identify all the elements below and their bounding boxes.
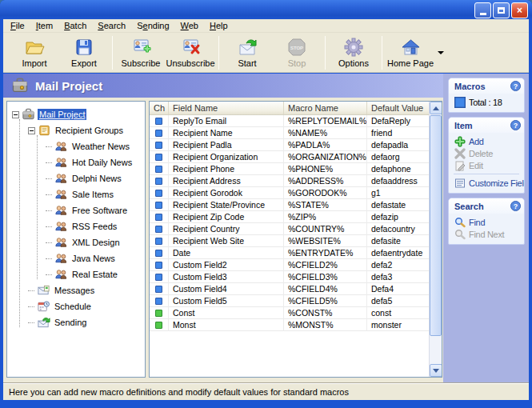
tree-item-hot-daily-news[interactable]: Hot Daily News <box>7 154 145 170</box>
panel-body: FindFind Next <box>449 214 524 244</box>
default-cell: defasite <box>367 235 430 247</box>
tree-item-weather-news[interactable]: Weather News <box>7 138 145 154</box>
table-row[interactable]: Recipient Zip Code%ZIP%defazip <box>150 211 442 223</box>
help-icon[interactable]: ? <box>510 201 521 211</box>
toolbar-label: Stop <box>288 58 306 68</box>
group-icon <box>54 236 68 249</box>
home-page-dropdown[interactable] <box>435 37 446 69</box>
tree-guide-line <box>37 135 38 279</box>
options-button[interactable]: Options <box>329 34 378 71</box>
maximize-button[interactable] <box>493 2 510 18</box>
field-cell: Monst <box>169 319 284 331</box>
close-button[interactable]: × <box>511 2 528 18</box>
blue-square-icon <box>155 250 162 257</box>
tree-item-free-software[interactable]: Free Software <box>7 202 145 218</box>
subscribe-icon <box>130 37 151 58</box>
table-row[interactable]: Custom Field5%CFIELD5%defa5 <box>150 295 442 307</box>
tree-item-recipient-groups[interactable]: Recipient Groups <box>7 122 145 138</box>
expander-minus-icon[interactable] <box>28 127 35 134</box>
panel-item-label: Find Next <box>469 230 504 239</box>
start-button[interactable]: Start <box>222 34 272 71</box>
tree-item-java-news[interactable]: Java News <box>7 250 145 266</box>
table-row[interactable]: Monst%MONST%monster <box>150 319 442 331</box>
field-cell: Recipient Country <box>169 223 284 235</box>
table-row[interactable]: Custom Field2%CFIELD2%defa2 <box>150 259 442 271</box>
scroll-down-button[interactable] <box>430 364 442 377</box>
checked-cell <box>150 271 169 283</box>
tree-connector <box>46 162 52 163</box>
column-header-macro-name[interactable]: Macro Name <box>284 102 367 114</box>
tree-item-messages[interactable]: Messages <box>7 282 145 298</box>
default-cell: defastate <box>367 199 430 211</box>
macro-cell: %CONST% <box>284 307 367 319</box>
table-row[interactable]: Recipient Gorodok%GORODOK%g1 <box>150 187 442 199</box>
table-scrollbar[interactable] <box>429 102 442 377</box>
field-cell: Recipient Zip Code <box>169 211 284 223</box>
table-row[interactable]: Recipient State/Province%STATE%defastate <box>150 199 442 211</box>
blue-square-icon <box>155 286 162 293</box>
table-row[interactable]: Recipient Country%COUNTRY%defacountry <box>150 223 442 235</box>
panel-item-label: Edit <box>469 161 483 170</box>
table-row[interactable]: Recipient Phone%PHONE%defaphone <box>150 163 442 175</box>
tree-item-rss-feeds[interactable]: RSS Feeds <box>7 218 145 234</box>
find-link[interactable]: Find <box>449 216 524 228</box>
checked-cell <box>150 283 169 295</box>
panel-item: Item?AddDeleteEditCustomize Fields <box>448 117 525 194</box>
table-row[interactable]: Custom Field3%CFIELD3%defa3 <box>150 271 442 283</box>
column-header-field-name[interactable]: Field Name <box>169 102 284 114</box>
menu-file[interactable]: File <box>5 20 30 31</box>
group-icon <box>54 220 68 233</box>
help-icon[interactable]: ? <box>510 120 521 130</box>
menu-search[interactable]: Search <box>92 20 131 31</box>
toolbar-label: Subscribe <box>122 58 161 68</box>
home-page-button[interactable]: Home Page <box>386 34 435 71</box>
titlebar[interactable]: × <box>0 0 532 19</box>
subscribe-button[interactable]: Subscribe <box>116 34 166 71</box>
export-button[interactable]: Export <box>59 34 109 71</box>
scrollbar-thumb[interactable] <box>430 115 442 336</box>
table-row[interactable]: Recipient Organization%ORGANIZATION%defa… <box>150 151 442 163</box>
table-row[interactable]: Recipient Address%ADDRESS%defaaddress <box>150 175 442 187</box>
column-header-default-value[interactable]: Default Value <box>367 102 430 114</box>
table-row[interactable]: Date%ENTRYDATE%defaentrydate <box>150 247 442 259</box>
table-row[interactable]: Recipient Padla%PADLA%defapadla <box>150 139 442 151</box>
tree-connector <box>46 274 52 275</box>
import-button[interactable]: Import <box>10 34 59 71</box>
tree-item-real-estate[interactable]: Real Estate <box>7 266 145 282</box>
tree-item-sale-items[interactable]: Sale Items <box>7 186 145 202</box>
export-icon <box>74 37 94 58</box>
table-row[interactable]: Custom Field4%CFIELD4%Defa4 <box>150 283 442 295</box>
import-icon <box>24 37 45 58</box>
tree-item-delphi-news[interactable]: Delphi News <box>7 170 145 186</box>
edit-link: Edit <box>449 159 524 171</box>
group-icon <box>54 252 68 265</box>
tree-item-xml-design[interactable]: XML Design <box>7 234 145 250</box>
menu-help[interactable]: Help <box>204 20 234 31</box>
table-row[interactable]: Recipient Web Site%WEBSITE%defasite <box>150 235 442 247</box>
table-row[interactable]: Recipient Name%NAME%friend <box>150 127 442 139</box>
menu-item[interactable]: Item <box>30 20 58 31</box>
tree-item-schedule[interactable]: Schedule <box>7 298 145 314</box>
task-sidebar: Macros?Total : 18Item?AddDeleteEditCusto… <box>443 74 529 382</box>
checked-cell <box>150 319 169 331</box>
help-icon[interactable]: ? <box>510 81 521 91</box>
macro-cell: %CFIELD4% <box>284 283 367 295</box>
blue-square-icon <box>155 298 162 305</box>
add-link[interactable]: Add <box>449 135 524 147</box>
expander-minus-icon[interactable] <box>12 111 19 118</box>
field-cell: Recipient Web Site <box>169 235 284 247</box>
tree-item-mail-project[interactable]: Mail Project <box>7 106 145 122</box>
scroll-up-button[interactable] <box>430 102 442 114</box>
panel-title: Item <box>454 121 473 130</box>
customize-fields-link[interactable]: Customize Fields <box>449 177 524 189</box>
minimize-button[interactable] <box>474 2 491 18</box>
column-header-ch[interactable]: Ch <box>150 102 169 114</box>
menu-sending[interactable]: Sending <box>131 20 174 31</box>
tree-item-sending[interactable]: Sending <box>7 314 145 330</box>
table-row[interactable]: ReplyTo Email%REPLYTOEMAIL%DefaReply <box>150 115 442 127</box>
menu-web[interactable]: Web <box>175 20 204 31</box>
menu-batch[interactable]: Batch <box>58 20 92 31</box>
macro-cell: %REPLYTOEMAIL% <box>284 115 367 127</box>
unsubscribe-button[interactable]: Unsubscribe <box>166 34 215 71</box>
table-row[interactable]: Const%CONST%const <box>150 307 442 319</box>
